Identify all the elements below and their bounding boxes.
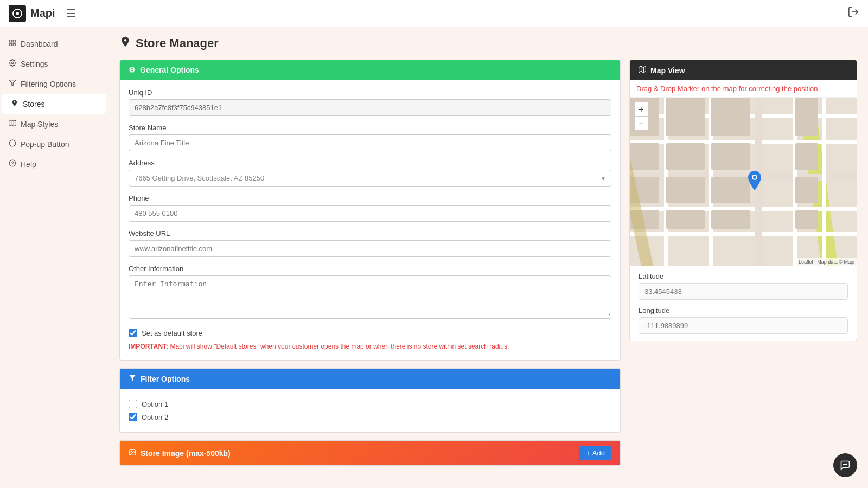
website-url-group: Website URL: [129, 229, 611, 257]
block5: [630, 143, 659, 170]
svg-rect-4: [13, 40, 15, 42]
help-icon: [9, 159, 16, 169]
general-options-icon: ⚙: [129, 66, 136, 74]
uniq-id-group: Uniq ID: [129, 88, 611, 116]
general-options-header: ⚙ General Options: [120, 60, 620, 80]
address-select-wrapper: 7665 Getting Drive, Scottsdale, AZ 85250: [129, 170, 611, 187]
default-store-group: Set as default store: [129, 329, 611, 337]
add-image-button[interactable]: + Add: [579, 446, 611, 460]
address-select[interactable]: 7665 Getting Drive, Scottsdale, AZ 85250: [129, 170, 611, 187]
map-controls: + −: [634, 102, 648, 130]
popup-button-icon: [9, 139, 16, 149]
map-view-icon: [639, 66, 646, 75]
svg-point-23: [844, 464, 845, 465]
stores-icon: [11, 99, 18, 108]
latitude-input[interactable]: [639, 283, 848, 300]
svg-point-7: [11, 62, 14, 64]
sidebar-item-filtering-options[interactable]: Filtering Options: [0, 74, 108, 94]
sidebar-item-filtering-options-label: Filtering Options: [21, 80, 76, 88]
chat-widget[interactable]: [833, 453, 857, 477]
uniq-id-input[interactable]: [129, 99, 611, 116]
map-marker[interactable]: [748, 171, 761, 192]
filter-option-1-label: Option 1: [142, 400, 168, 408]
svg-marker-8: [9, 80, 16, 86]
important-note: IMPORTANT: Mapi will show "Default store…: [129, 342, 611, 351]
svg-point-1: [16, 12, 19, 15]
store-image-icon: [129, 448, 136, 458]
map-styles-icon: [9, 119, 16, 129]
map-drag-hint: Drag & Drop Marker on the map for correc…: [630, 80, 857, 98]
store-name-group: Store Name: [129, 124, 611, 151]
other-info-textarea[interactable]: [129, 275, 611, 319]
navbar: Mapi ☰: [0, 0, 868, 27]
longitude-input[interactable]: [639, 317, 848, 334]
svg-marker-18: [639, 66, 646, 73]
other-info-group: Other Information: [129, 265, 611, 321]
sidebar-item-dashboard-label: Dashboard: [21, 40, 58, 48]
block15: [711, 210, 750, 229]
brand-name: Mapi: [30, 7, 55, 20]
block2: [666, 98, 705, 136]
map-view-panel: Map View Drag & Drop Marker on the map f…: [629, 60, 857, 341]
logo-icon: [9, 5, 26, 22]
other-info-label: Other Information: [129, 265, 611, 273]
filter-options-panel: Filter Options Option 1 Option 2: [119, 368, 621, 433]
svg-marker-15: [129, 375, 136, 381]
website-url-input[interactable]: [129, 240, 611, 257]
block6: [666, 143, 705, 170]
sidebar-item-map-styles-label: Map Styles: [21, 120, 58, 129]
website-url-label: Website URL: [129, 229, 611, 237]
map-container[interactable]: + − Leaflet | Map data © Mapi: [630, 98, 857, 266]
svg-point-22: [753, 176, 756, 179]
block12: [795, 177, 818, 204]
default-store-checkbox[interactable]: [129, 329, 137, 337]
filter-option-1-checkbox[interactable]: [129, 400, 137, 408]
phone-group: Phone: [129, 194, 611, 222]
phone-input[interactable]: [129, 205, 611, 222]
page-title-text: Store Manager: [136, 36, 219, 50]
filter-options-header: Filter Options: [120, 369, 620, 389]
svg-point-12: [9, 140, 16, 146]
hamburger-button[interactable]: ☰: [66, 7, 76, 20]
sidebar-item-help[interactable]: Help: [0, 154, 108, 174]
important-text: Mapi will show "Default stores" when you…: [168, 343, 509, 350]
store-name-input[interactable]: [129, 134, 611, 151]
address-group: Address 7665 Getting Drive, Scottsdale, …: [129, 159, 611, 187]
general-options-title: General Options: [140, 66, 199, 74]
filtering-options-icon: [9, 79, 16, 88]
filter-options-title: Filter Options: [141, 375, 190, 383]
default-store-label: Set as default store: [142, 329, 202, 337]
add-button-label: Add: [592, 449, 605, 457]
zoom-out-button[interactable]: −: [634, 116, 648, 130]
longitude-label: Longitude: [639, 306, 848, 314]
block7: [711, 143, 750, 170]
address-label: Address: [129, 159, 611, 167]
block14: [666, 210, 705, 229]
filter-option-1: Option 1: [129, 397, 611, 410]
sidebar-item-dashboard[interactable]: Dashboard: [0, 34, 108, 54]
page-title: Store Manager: [119, 36, 857, 51]
filter-option-2-checkbox[interactable]: [129, 413, 137, 421]
block16: [795, 210, 818, 229]
block4: [795, 98, 818, 136]
phone-label: Phone: [129, 194, 611, 202]
map-street-v5: [822, 98, 826, 266]
important-prefix: IMPORTANT:: [129, 343, 168, 350]
sidebar-item-map-styles[interactable]: Map Styles: [0, 114, 108, 134]
block11: [711, 177, 750, 204]
sidebar-item-settings[interactable]: Settings: [0, 54, 108, 74]
filter-option-2-label: Option 2: [142, 413, 168, 421]
main-content: Store Manager ⚙ General Options Uniq ID: [108, 27, 868, 488]
sidebar-item-stores[interactable]: Stores: [2, 94, 106, 114]
sidebar-item-popup-label: Pop-up Button: [21, 140, 69, 149]
map-view-title: Map View: [650, 66, 685, 75]
store-image-title: Store Image (max-500kb): [141, 449, 231, 458]
zoom-in-button[interactable]: +: [634, 102, 648, 116]
block10: [666, 177, 705, 204]
latitude-section: Latitude Longitude: [630, 266, 857, 341]
block9: [630, 177, 659, 204]
block3: [711, 98, 750, 136]
uniq-id-label: Uniq ID: [129, 88, 611, 97]
logout-button[interactable]: [847, 6, 859, 21]
sidebar-item-popup-button[interactable]: Pop-up Button: [0, 134, 108, 154]
